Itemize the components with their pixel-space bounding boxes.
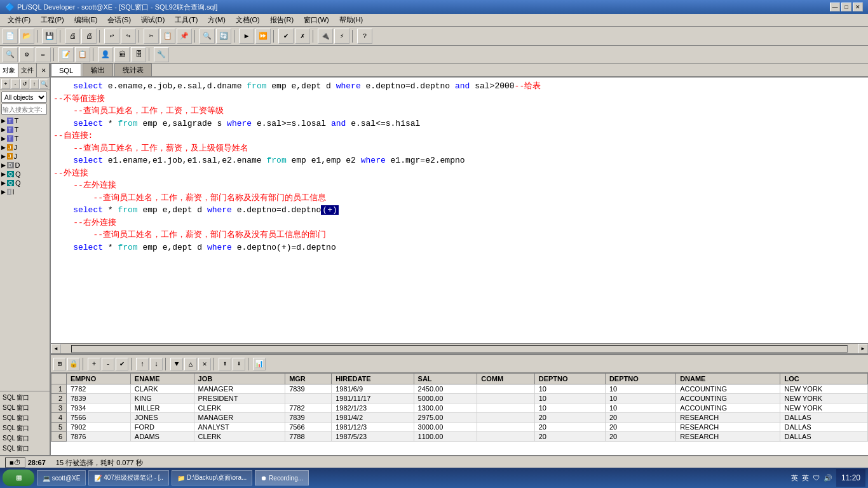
res-btn-filter2[interactable]: △ — [184, 358, 197, 370]
btn-t4[interactable]: 🏛 — [114, 47, 130, 62]
tab-file[interactable]: 文件 — [18, 64, 37, 77]
res-btn-check[interactable]: ✔ — [116, 358, 128, 370]
close-button[interactable]: ✕ — [853, 3, 863, 11]
tree-item-j2[interactable]: ▶ J J — [0, 152, 50, 161]
menu-edit[interactable]: 编辑(E) — [69, 14, 103, 27]
tree-item-d[interactable]: ▶ D D — [0, 161, 50, 170]
btn-conn[interactable]: 🔌 — [318, 29, 333, 44]
btn-new[interactable]: 📄 — [3, 29, 18, 44]
res-btn-grid[interactable]: ⊞ — [53, 358, 66, 370]
res-btn-chart[interactable]: 📊 — [253, 358, 266, 370]
col-header-deptno[interactable]: DEPTNO — [534, 374, 605, 384]
menu-project[interactable]: 工程(P) — [36, 14, 69, 27]
menu-debug[interactable]: 调试(D) — [136, 14, 170, 27]
col-header-dname[interactable]: DNAME — [676, 374, 780, 384]
sql-window-item4[interactable]: SQL 窗口 — [1, 423, 48, 433]
btn-replace[interactable]: 🔄 — [216, 29, 231, 44]
hscroll-right[interactable]: ▶ — [858, 344, 868, 354]
res-btn-clear[interactable]: ✕ — [198, 358, 211, 370]
res-btn-commit[interactable]: ⬆ — [219, 358, 231, 370]
sql-window-item3[interactable]: SQL 窗口 — [1, 413, 48, 423]
menu-session[interactable]: 会话(S) — [102, 14, 136, 27]
sql-window-item6[interactable]: SQL 窗口 — [1, 444, 48, 454]
hscroll-track[interactable] — [71, 345, 848, 353]
tree-item-t2[interactable]: ▶ T T — [0, 125, 50, 134]
menu-file[interactable]: 文件(F) — [3, 14, 36, 27]
sql-window-item2[interactable]: SQL 窗口 — [1, 403, 48, 413]
taskbar-item-file[interactable]: 📁 D:\Backup\桌面\ora... — [172, 470, 252, 485]
btn-tree-add[interactable]: + — [1, 79, 10, 89]
tree-item-i[interactable]: ▶ I I — [0, 187, 50, 196]
col-header-sal[interactable]: SAL — [414, 374, 477, 384]
btn-rollback[interactable]: ✗ — [295, 29, 310, 44]
tab-sql[interactable]: SQL — [51, 64, 81, 76]
res-btn-down[interactable]: ↓ — [150, 358, 163, 370]
tab-stats[interactable]: 统计表 — [114, 64, 152, 76]
btn-settings[interactable]: ⚙ — [19, 47, 34, 62]
btn-t5[interactable]: 🗄 — [131, 47, 146, 62]
btn-exec[interactable]: ▶ — [239, 29, 254, 44]
res-btn-del[interactable]: - — [102, 358, 114, 370]
taskbar-item-notes[interactable]: 📝 407班级授课笔记 - [.. — [88, 470, 169, 485]
btn-copy[interactable]: 📋 — [160, 29, 175, 44]
col-header-loc[interactable]: LOC — [780, 374, 868, 384]
menu-doc[interactable]: 文档(O) — [231, 14, 265, 27]
sql-window-item1[interactable]: SQL 窗口 — [1, 393, 48, 403]
btn-cut[interactable]: ✂ — [144, 29, 159, 44]
tree-item-t3[interactable]: ▶ T T — [0, 134, 50, 143]
btn-open[interactable]: 📂 — [19, 29, 34, 44]
btn-tree-up[interactable]: ↑ — [30, 79, 39, 89]
col-header-job[interactable]: JOB — [194, 374, 285, 384]
btn-redo[interactable]: ↪ — [121, 29, 136, 44]
menu-fang[interactable]: 方(M) — [203, 14, 231, 27]
col-header-ename[interactable]: ENAME — [130, 374, 194, 384]
res-btn-filter[interactable]: ▼ — [170, 358, 183, 370]
tree-item-q1[interactable]: ▶ Q Q — [0, 170, 50, 179]
menu-help[interactable]: 帮助(H) — [334, 14, 368, 27]
minimize-button[interactable]: — — [830, 3, 840, 11]
btn-commit[interactable]: ✔ — [278, 29, 294, 44]
menu-report[interactable]: 报告(R) — [265, 14, 299, 27]
btn-t2[interactable]: 📋 — [75, 47, 90, 62]
col-header-comm[interactable]: COMM — [477, 374, 534, 384]
menu-window[interactable]: 窗口(W) — [299, 14, 334, 27]
left-panel-close[interactable]: ✕ — [39, 64, 50, 77]
res-btn-lock[interactable]: 🔒 — [67, 358, 80, 370]
tab-object[interactable]: 对象 — [0, 64, 18, 77]
btn-print[interactable]: 🖨 — [65, 29, 80, 44]
restore-button[interactable]: □ — [841, 3, 851, 11]
btn-print2[interactable]: 🖨 — [81, 29, 97, 44]
start-button[interactable]: ⊞ — [3, 470, 34, 486]
col-header-empno[interactable]: EMPNO — [67, 374, 131, 384]
btn-pencil[interactable]: ✏ — [36, 47, 51, 62]
btn-undo[interactable]: ↩ — [104, 29, 119, 44]
btn-save[interactable]: 💾 — [42, 29, 57, 44]
title-controls[interactable]: — □ ✕ — [830, 3, 863, 11]
btn-t6[interactable]: 🔧 — [154, 47, 169, 62]
btn-t1[interactable]: 📝 — [58, 47, 74, 62]
btn-disconn[interactable]: ⚡ — [334, 29, 349, 44]
sql-window-item5[interactable]: SQL 窗口 — [1, 433, 48, 444]
col-header-mgr[interactable]: MGR — [285, 374, 332, 384]
taskbar-item-recording[interactable]: ⏺ Recording... — [255, 470, 309, 485]
btn-find[interactable]: 🔍 — [200, 29, 215, 44]
btn-help[interactable]: ? — [357, 29, 372, 44]
filter-input[interactable] — [1, 104, 47, 115]
btn-paste[interactable]: 📌 — [177, 29, 192, 44]
btn-exec2[interactable]: ⏩ — [255, 29, 271, 44]
btn-t3[interactable]: 👤 — [98, 47, 113, 62]
results-grid[interactable]: EMPNO ENAME JOB MGR HIREDATE SAL COMM DE… — [51, 373, 868, 455]
res-btn-add[interactable]: + — [88, 358, 100, 370]
filter-select[interactable]: All objects — [1, 92, 47, 103]
editor-hscroll[interactable]: ◀ ▶ — [51, 343, 868, 353]
btn-obj[interactable]: 🔍 — [3, 47, 18, 62]
res-btn-rollback[interactable]: ⬇ — [233, 358, 245, 370]
tree-item-j1[interactable]: ▶ J J — [0, 143, 50, 152]
col-header-hiredate[interactable]: HIREDATE — [332, 374, 414, 384]
tree-item-q2[interactable]: ▶ Q Q — [0, 179, 50, 187]
taskbar-item-scott[interactable]: 💻 scott@XE — [37, 470, 86, 485]
menu-tools[interactable]: 工具(T) — [170, 14, 203, 27]
col-header-deptno2[interactable]: DEPTNO — [605, 374, 675, 384]
btn-tree-search[interactable]: 🔍 — [39, 79, 48, 89]
tree-item-t1[interactable]: ▶ T T — [0, 116, 50, 125]
